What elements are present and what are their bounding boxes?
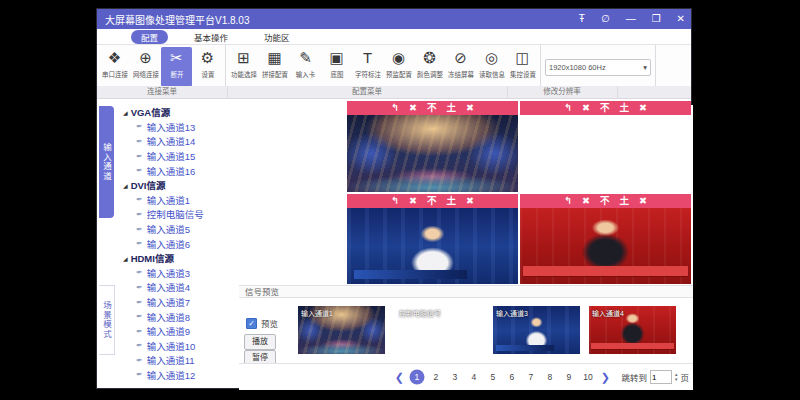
central-control-button[interactable]: ◫ 集控设置 bbox=[507, 47, 538, 87]
preview-checkbox-label: 预览 bbox=[261, 317, 278, 329]
tree-item[interactable]: ✒输入通道9 bbox=[136, 324, 239, 339]
glyph-tu[interactable]: 土 bbox=[446, 194, 456, 208]
next-page-icon[interactable]: ❯ bbox=[597, 371, 613, 384]
sidebar-tab-input-channels[interactable]: 输入通道 bbox=[99, 106, 114, 218]
glyph-bu[interactable]: 不 bbox=[427, 101, 437, 115]
page-4[interactable]: 4 bbox=[464, 372, 483, 382]
page-2[interactable]: 2 bbox=[426, 372, 445, 382]
signal-preview-header: 信号预览 bbox=[239, 285, 693, 298]
close-x-icon[interactable]: ✖ bbox=[582, 101, 590, 115]
page-3[interactable]: 3 bbox=[445, 372, 464, 382]
close-x-icon[interactable]: ✖ bbox=[582, 194, 590, 208]
splice-config-button[interactable]: ▦ 拼接配置 bbox=[259, 47, 290, 87]
video-window-4[interactable]: ↰ ✖ 不 土 ✖ bbox=[520, 194, 691, 285]
window-controls: Ŧ ∅ — ❐ ✕ bbox=[579, 9, 685, 29]
thumbnail-input-channel-1[interactable]: 输入通道1 bbox=[298, 306, 385, 354]
skin-icon[interactable]: ∅ bbox=[601, 9, 610, 29]
glyph-tu[interactable]: 土 bbox=[446, 101, 456, 115]
prev-page-icon[interactable]: ❮ bbox=[391, 371, 407, 384]
disconnect-button[interactable]: ✂ 断开 bbox=[161, 47, 192, 87]
tree-item[interactable]: ✒输入通道15 bbox=[136, 149, 239, 164]
tree-item[interactable]: ✒输入通道8 bbox=[136, 309, 239, 324]
close-icon[interactable]: ✕ bbox=[677, 9, 685, 29]
page-5[interactable]: 5 bbox=[483, 372, 502, 382]
tree-item[interactable]: ✒输入通道1 bbox=[136, 193, 239, 208]
page-10[interactable]: 10 bbox=[578, 372, 597, 382]
app-window: 大屏幕图像处理管理平台V1.8.03 Ŧ ∅ — ❐ ✕ 配置 基本操作 功能区… bbox=[96, 8, 692, 389]
thumbnail-input-channel-4[interactable]: 输入通道4 bbox=[589, 306, 676, 354]
close-x-icon[interactable]: ✖ bbox=[466, 101, 474, 115]
close-x-icon[interactable]: ✖ bbox=[409, 194, 417, 208]
link-pin-icon: ✒ bbox=[136, 268, 143, 277]
text-annotation-button[interactable]: T 字符标注 bbox=[352, 47, 383, 87]
video-window-grid: ↰ ✖ 不 土 ✖ ↰ ✖ 不 土 ✖ ↰ ✖ 不 土 bbox=[347, 101, 691, 284]
sidebar-tab-scene-mode[interactable]: 场景模式 bbox=[99, 285, 115, 355]
tree-group-vga[interactable]: ◢ VGA信源 bbox=[123, 105, 239, 120]
page-1[interactable]: 1 bbox=[407, 372, 426, 382]
tree-item[interactable]: ✒控制电脑信号 bbox=[136, 207, 239, 222]
glyph-tu[interactable]: 土 bbox=[619, 194, 629, 208]
network-connect-button[interactable]: ⊕ 网络连接 bbox=[130, 47, 161, 87]
serial-connect-button[interactable]: ❖ 串口连接 bbox=[99, 47, 130, 87]
page-7[interactable]: 7 bbox=[521, 372, 540, 382]
tree-item[interactable]: ✒输入通道3 bbox=[136, 266, 239, 281]
undo-arrow-icon[interactable]: ↰ bbox=[564, 194, 572, 208]
toolbar-group-connection: ❖ 串口连接 ⊕ 网络连接 ✂ 断开 ⚙ 设置 bbox=[97, 45, 226, 87]
glyph-bu[interactable]: 不 bbox=[600, 194, 610, 208]
thumbnail-input-channel-3[interactable]: 输入通道3 bbox=[493, 306, 580, 354]
tab-function-zone[interactable]: 功能区 bbox=[254, 30, 300, 44]
close-x-icon[interactable]: ✖ bbox=[466, 194, 474, 208]
tree-item[interactable]: ✒输入通道14 bbox=[136, 134, 239, 149]
glyph-bu[interactable]: 不 bbox=[600, 101, 610, 115]
tab-basic-ops[interactable]: 基本操作 bbox=[184, 30, 238, 44]
glyph-bu[interactable]: 不 bbox=[427, 194, 437, 208]
preview-config-button[interactable]: ◉ 预监配置 bbox=[383, 47, 414, 87]
glyph-tu[interactable]: 土 bbox=[619, 101, 629, 115]
tree-item[interactable]: ✒输入通道11 bbox=[136, 353, 239, 368]
function-select-button[interactable]: ⊞ 功能选择 bbox=[228, 47, 259, 87]
jump-page-input[interactable] bbox=[650, 370, 672, 384]
undo-arrow-icon[interactable]: ↰ bbox=[391, 101, 399, 115]
page-8[interactable]: 8 bbox=[540, 372, 559, 382]
pin-icon[interactable]: Ŧ bbox=[579, 9, 585, 29]
settings-button[interactable]: ⚙ 设置 bbox=[192, 47, 223, 87]
tree-group-hdmi[interactable]: ◢ HDMI信源 bbox=[123, 251, 239, 266]
thumbnail-control-pc-signal[interactable]: 控制电脑信号 bbox=[396, 306, 483, 354]
toolbar: ❖ 串口连接 ⊕ 网络连接 ✂ 断开 ⚙ 设置 ⊞ 功能选择 ▦ bbox=[97, 44, 691, 87]
video-window-2[interactable]: ↰ ✖ 不 土 ✖ bbox=[520, 101, 691, 192]
tree-item[interactable]: ✒输入通道13 bbox=[136, 120, 239, 135]
tree-item[interactable]: ✒输入通道16 bbox=[136, 163, 239, 178]
tab-config[interactable]: 配置 bbox=[131, 30, 168, 44]
base-image-button[interactable]: ▣ 底图 bbox=[321, 47, 352, 87]
tree-group-dvi[interactable]: ◢ DVI信源 bbox=[123, 178, 239, 193]
tree-item[interactable]: ✒输入通道4 bbox=[136, 280, 239, 295]
titlebar[interactable]: 大屏幕图像处理管理平台V1.8.03 Ŧ ∅ — ❐ ✕ bbox=[97, 9, 691, 29]
video-window-1[interactable]: ↰ ✖ 不 土 ✖ bbox=[347, 101, 518, 192]
tree-item[interactable]: ✒输入通道7 bbox=[136, 295, 239, 310]
video-window-header: ↰ ✖ 不 土 ✖ bbox=[347, 101, 518, 115]
page-6[interactable]: 6 bbox=[502, 372, 521, 382]
tree-item[interactable]: ✒输入通道5 bbox=[136, 222, 239, 237]
close-x-icon[interactable]: ✖ bbox=[639, 101, 647, 115]
undo-arrow-icon[interactable]: ↰ bbox=[564, 101, 572, 115]
color-adjust-button[interactable]: ❂ 颜色调整 bbox=[414, 47, 445, 87]
expand-icon: ◢ bbox=[123, 255, 128, 262]
preview-checkbox[interactable]: ✓ bbox=[246, 318, 257, 329]
input-card-button[interactable]: ✎ 输入卡 bbox=[290, 47, 321, 87]
resolution-dropdown[interactable]: 1920x1080 60Hz ▾ bbox=[545, 59, 651, 76]
video-window-3[interactable]: ↰ ✖ 不 土 ✖ bbox=[347, 194, 518, 285]
palette-icon: ❂ bbox=[423, 47, 436, 69]
minimize-icon[interactable]: — bbox=[626, 9, 636, 29]
close-x-icon[interactable]: ✖ bbox=[639, 194, 647, 208]
freeze-screen-button[interactable]: ⊘ 冻结屏幕 bbox=[445, 47, 476, 87]
close-x-icon[interactable]: ✖ bbox=[409, 101, 417, 115]
undo-arrow-icon[interactable]: ↰ bbox=[391, 194, 399, 208]
read-info-button[interactable]: ◎ 读取信息 bbox=[476, 47, 507, 87]
jump-spinner[interactable]: ▴▾ bbox=[675, 370, 678, 384]
tree-item[interactable]: ✒输入通道6 bbox=[136, 236, 239, 251]
page-9[interactable]: 9 bbox=[559, 372, 578, 382]
play-button[interactable]: 播放 bbox=[244, 334, 276, 350]
maximize-icon[interactable]: ❐ bbox=[652, 9, 661, 29]
tree-item[interactable]: ✒输入通道10 bbox=[136, 339, 239, 354]
tree-item[interactable]: ✒输入通道12 bbox=[136, 368, 239, 383]
